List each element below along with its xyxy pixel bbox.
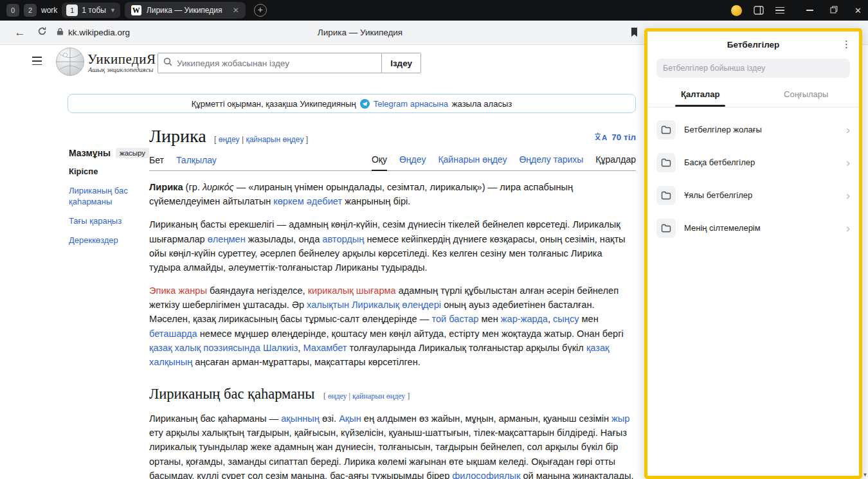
toc-item-see-also[interactable]: Тағы қараңыз bbox=[69, 216, 147, 227]
divider: | bbox=[242, 135, 244, 144]
toc-item-intro[interactable]: Кіріспе bbox=[69, 167, 147, 177]
maximize-button[interactable] bbox=[830, 5, 838, 16]
bracket: [ bbox=[214, 135, 216, 144]
back-button[interactable]: ← bbox=[9, 26, 31, 39]
wiki-link[interactable]: ақынның bbox=[281, 413, 320, 424]
text-segment: жазылады, онда bbox=[246, 234, 323, 244]
tab-group-work-label[interactable]: work bbox=[41, 6, 57, 15]
chevron-right-icon: › bbox=[846, 156, 850, 168]
wiki-redlink[interactable]: кирикалық шығарма bbox=[308, 285, 396, 296]
tab-tools[interactable]: Құралдар bbox=[595, 154, 636, 170]
wiki-link[interactable]: Махамбет bbox=[303, 343, 347, 353]
text-segment: ой маңына жинақталады. bbox=[520, 471, 633, 479]
wiki-search-input[interactable] bbox=[177, 59, 376, 68]
wiki-link[interactable]: философиялық bbox=[452, 471, 520, 479]
tab-close-icon[interactable]: ✕ bbox=[233, 6, 239, 15]
svg-text:A: A bbox=[602, 134, 607, 141]
tab-history[interactable]: Өңделу тарихы bbox=[519, 154, 583, 170]
folder-row-bookmarks-bar[interactable]: Бетбелгілер жолағы › bbox=[647, 113, 859, 146]
edit-source-link[interactable]: қайнарын өңдеу bbox=[246, 135, 303, 144]
search-icon bbox=[163, 57, 172, 69]
toc-item-main-hero[interactable]: Лириканың бас қаһарманы bbox=[69, 186, 147, 208]
close-button[interactable]: ✕ bbox=[854, 6, 862, 15]
folder-icon bbox=[656, 219, 676, 238]
wiki-link[interactable]: жыр bbox=[611, 413, 629, 424]
panel-menu-icon[interactable]: ⋮ bbox=[842, 39, 851, 50]
tab-group-active-badge: 1 bbox=[66, 5, 78, 16]
toc-hide-button[interactable]: жасыру bbox=[116, 148, 149, 158]
profile-avatar[interactable] bbox=[731, 5, 742, 16]
wiki-link[interactable]: өлеңмен bbox=[208, 234, 246, 244]
wiki-hamburger-icon[interactable] bbox=[32, 57, 42, 65]
wiki-wordmark[interactable]: УикипедиЯ bbox=[87, 51, 156, 68]
wiki-link[interactable]: сыңсу bbox=[553, 314, 579, 324]
minimize-button[interactable] bbox=[806, 10, 813, 11]
wiki-link[interactable]: қазақ халық поэзиясында bbox=[149, 343, 260, 353]
wiki-link[interactable]: халықтын bbox=[307, 300, 349, 310]
folder-icon bbox=[656, 153, 676, 172]
banner-link[interactable]: Telegram арнасына bbox=[374, 99, 448, 109]
edit-source-link[interactable]: қайнарын өңдеу bbox=[352, 392, 405, 401]
folder-row-other-bookmarks[interactable]: Басқа бетбелгілер › bbox=[647, 146, 859, 179]
wikipedia-logo[interactable] bbox=[55, 47, 85, 79]
wiki-link[interactable]: Лирикалық өлеңдері bbox=[352, 300, 441, 310]
edit-link[interactable]: өңдеу bbox=[328, 392, 347, 401]
toc-item-references[interactable]: Дереккөздер bbox=[69, 235, 147, 246]
bracket: [ bbox=[323, 392, 326, 401]
tab-title: Лирика — Уикипедия bbox=[147, 6, 228, 15]
tab-page[interactable]: Бет bbox=[149, 155, 164, 170]
article-title: Лирика bbox=[149, 126, 206, 146]
folder-row-my-links[interactable]: Менің сілтемелерім › bbox=[647, 212, 859, 244]
folder-icon bbox=[656, 120, 676, 140]
wiki-redlink[interactable]: Эпика жанры bbox=[149, 285, 207, 296]
panel-title: Бетбелгілер bbox=[647, 40, 859, 50]
bracket: ] bbox=[306, 135, 308, 144]
folder-row-mobile-bookmarks[interactable]: Ұялы бетбелгілер › bbox=[647, 179, 859, 212]
tab-read[interactable]: Оқу bbox=[372, 154, 387, 171]
page-scrollbar[interactable]: ▼ bbox=[862, 45, 868, 479]
reload-button[interactable] bbox=[31, 26, 53, 39]
paragraph: Лирика (гр. λυρικός — «лираның үнімен ор… bbox=[149, 180, 636, 208]
panel-search-input[interactable] bbox=[663, 64, 844, 73]
browser-tab[interactable]: W Лирика — Уикипедия ✕ bbox=[125, 2, 246, 19]
wiki-link[interactable]: жар-жарда bbox=[501, 314, 548, 324]
wiki-link[interactable]: Ақын bbox=[339, 413, 361, 424]
wiki-link[interactable]: автордың bbox=[322, 234, 364, 244]
article-content: Лирика [ өңдеу | қайнарын өңдеу ] A bbox=[149, 126, 636, 479]
new-tab-button[interactable]: + bbox=[254, 4, 267, 17]
window-titlebar: 0 2 work 1 1 тобы ▼ W Лирика — Уикипедия… bbox=[0, 0, 868, 21]
lock-icon bbox=[57, 27, 64, 39]
folder-label: Бетбелгілер жолағы bbox=[684, 125, 762, 134]
browser-menu-icon[interactable] bbox=[775, 7, 784, 14]
tab-counter-badge[interactable]: 0 bbox=[6, 4, 19, 17]
tab-talk[interactable]: Талқылау bbox=[176, 155, 217, 170]
tab-group-active[interactable]: 1 1 тобы ▼ bbox=[62, 3, 120, 18]
panel-search bbox=[656, 59, 850, 78]
wiki-link[interactable]: той бастар bbox=[431, 314, 478, 324]
language-selector[interactable]: A 70 тіл bbox=[594, 132, 636, 142]
folder-label: Басқа бетбелгілер bbox=[684, 158, 755, 167]
browser-window: 0 2 work 1 1 тобы ▼ W Лирика — Уикипедия… bbox=[0, 0, 868, 479]
text-segment: мен bbox=[478, 314, 500, 324]
wiki-link[interactable]: Шалкиіз bbox=[263, 343, 298, 353]
bookmark-flag-icon[interactable] bbox=[630, 27, 638, 40]
wiki-link[interactable]: көркем әдебиет bbox=[273, 196, 342, 206]
section-edit-links: [ өңдеу | қайнарын өңдеу ] bbox=[323, 392, 410, 401]
tab-group-work-badge[interactable]: 2 bbox=[24, 4, 37, 17]
tab-edit[interactable]: Өңдеу bbox=[399, 154, 426, 170]
edit-link[interactable]: өңдеу bbox=[219, 135, 240, 144]
wiki-search-button[interactable]: Іздеу bbox=[382, 53, 421, 73]
scroll-down-icon[interactable]: ▼ bbox=[862, 472, 868, 478]
folder-label: Менің сілтемелерім bbox=[684, 223, 761, 233]
wiki-link[interactable]: беташарда bbox=[149, 329, 197, 339]
url-field[interactable]: kk.wikipedia.org bbox=[57, 27, 130, 39]
panel-tab-folders[interactable]: Қалталар bbox=[647, 83, 754, 107]
side-panel-toggle-icon[interactable] bbox=[754, 6, 764, 15]
tab-edit-source[interactable]: Қайнарын өңдеу bbox=[438, 154, 507, 170]
text-segment: (гр. bbox=[183, 182, 203, 192]
panel-tab-recent[interactable]: Соңғылары bbox=[754, 83, 860, 107]
language-count: 70 тіл bbox=[611, 132, 636, 142]
toc-title: Мазмұны bbox=[69, 148, 111, 158]
paragraph: Лириканың басты ерекшелігі — адамның көң… bbox=[149, 217, 636, 275]
panel-tabs: Қалталар Соңғылары bbox=[647, 83, 859, 107]
